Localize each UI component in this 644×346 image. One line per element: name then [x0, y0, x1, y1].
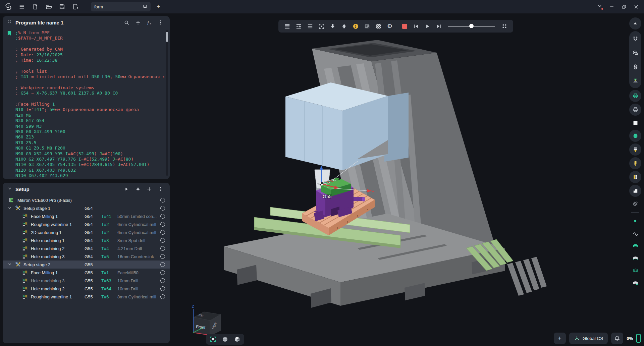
row-radio[interactable]: [160, 270, 165, 275]
row-radio[interactable]: [160, 206, 165, 211]
row-radio[interactable]: [160, 214, 165, 219]
step-down-icon[interactable]: [327, 20, 338, 32]
global-cs-button[interactable]: Global CS: [569, 333, 608, 344]
row-radio[interactable]: [160, 262, 165, 267]
close-button[interactable]: [630, 1, 642, 12]
gcode-line[interactable]: N70 Z5.5: [15, 140, 164, 146]
row-radio[interactable]: [160, 246, 165, 251]
3d-viewport[interactable]: G55 ⚙ Z X Front Top Right + Global CS 0%: [170, 13, 644, 346]
selected-lines-icon[interactable]: [305, 20, 315, 32]
row-radio[interactable]: [160, 286, 165, 291]
divide-icon[interactable]: [133, 18, 142, 27]
gcode-line[interactable]: N10 T="T41"; 50мм Ограниченная коническа…: [15, 107, 164, 112]
gcode-line[interactable]: ;%_N_form_MPF: [15, 30, 164, 36]
main-menu-button[interactable]: [16, 1, 28, 12]
dot-green-icon[interactable]: [629, 216, 641, 226]
sphere-view-icon[interactable]: [220, 335, 230, 344]
surface-silver-icon[interactable]: [629, 253, 641, 264]
step-up-icon[interactable]: [339, 20, 350, 32]
stock-fit-icon[interactable]: [208, 335, 218, 344]
gcode-line[interactable]: N20 M6: [15, 113, 164, 118]
row-radio[interactable]: [160, 278, 165, 283]
tree-row-operation[interactable]: G2D contouring 1G54T#26mm Cylindrical mi…: [3, 228, 170, 236]
document-tab[interactable]: form: [91, 2, 151, 11]
settings-icon[interactable]: ⚙: [384, 20, 395, 32]
tree-row-operation[interactable]: GHole machining 2G54T#44.21mm Drill: [3, 244, 170, 252]
stock-square-icon[interactable]: [629, 117, 641, 128]
hatch-icon[interactable]: [629, 198, 641, 209]
new-file-button[interactable]: [30, 1, 41, 12]
search-icon[interactable]: [122, 18, 131, 27]
gcode-editor[interactable]: ;%_N_form_MPF;$PATH=/_N_MPF_DIR; Generat…: [6, 30, 164, 177]
tree-row-operation[interactable]: GFace Milling 1G54T#4150mm Limited con..…: [3, 212, 170, 220]
row-radio[interactable]: [160, 230, 165, 235]
gcode-line[interactable]: N110 G3 X67.405 Y54.135 I=AC(2840.615) J…: [15, 162, 164, 167]
collapse-chevron-icon[interactable]: [7, 186, 12, 192]
row-radio[interactable]: [160, 254, 165, 259]
chevron-down-icon[interactable]: [7, 206, 11, 211]
play-icon[interactable]: [422, 20, 433, 32]
export-button[interactable]: [70, 1, 81, 12]
tool-calibrate-icon[interactable]: [629, 75, 641, 86]
gcode-line[interactable]: N100 G2 X67.497 Y79.776 I=AC(52.499) J=A…: [15, 157, 164, 162]
tree-row-setup-stage[interactable]: Setup stage 2G55: [3, 261, 170, 269]
tree-row-machine[interactable]: Mikron VCE600 Pro (3-axis): [3, 196, 170, 204]
tree-row-setup-stage[interactable]: Setup stage 1G54: [3, 204, 170, 212]
grid-dots-icon[interactable]: [499, 20, 510, 32]
row-radio[interactable]: [160, 238, 165, 243]
gcode-line[interactable]: N60 Z13: [15, 134, 164, 140]
gcode-line[interactable]: [15, 96, 164, 102]
surface-green-icon[interactable]: [629, 240, 641, 251]
gcode-line[interactable]: [15, 63, 164, 68]
add-cs-button[interactable]: +: [554, 333, 566, 344]
warnings-icon[interactable]: [350, 20, 361, 32]
tree-row-operation[interactable]: GHole machining 2G55T#6410mm Drill: [3, 285, 170, 293]
notifications-bell-button[interactable]: [611, 333, 623, 344]
add-tab-button[interactable]: +: [153, 1, 164, 12]
gcode-line[interactable]: ; Date: 23/10/2025: [15, 52, 164, 58]
chevron-down-icon[interactable]: [7, 262, 11, 268]
frame-select-icon[interactable]: [316, 20, 327, 32]
measure-icon[interactable]: [629, 47, 641, 58]
gcode-line[interactable]: ; G54 = X-76.637 Y8.601 Z137.6 A0 B0 C0: [15, 91, 164, 96]
gcode-line[interactable]: [15, 41, 164, 47]
spindle-gray-icon[interactable]: [629, 104, 641, 116]
tree-row-operation[interactable]: GHole machining 3G54T#516mm Countersink: [3, 252, 170, 261]
add-operation-icon[interactable]: [145, 185, 154, 193]
gcode-line[interactable]: ; Workpiece coordinate systems: [15, 85, 164, 91]
gcode-line[interactable]: [15, 80, 164, 85]
more-menu-icon[interactable]: [156, 185, 165, 193]
tool-green-icon[interactable]: [629, 130, 641, 142]
tab-window-icon[interactable]: [143, 4, 147, 9]
run-simulation-icon[interactable]: [122, 185, 131, 193]
gcode-line[interactable]: ;$PATH=/_N_MPF_DIR: [15, 36, 164, 41]
surface-grid-icon[interactable]: [629, 265, 641, 276]
tree-row-operation[interactable]: GRoughing waterline 1G55T#68mm Cylindric…: [3, 293, 170, 301]
code-scrollbar[interactable]: [166, 30, 168, 176]
more-menu-icon[interactable]: [156, 18, 165, 27]
tool-tip-icon[interactable]: [629, 143, 641, 156]
skip-start-icon[interactable]: [411, 20, 421, 32]
log-display-icon[interactable]: [362, 20, 372, 32]
tree-row-operation[interactable]: GHole machining 1G54T#38mm Spot drill: [3, 236, 170, 244]
notifications-chevron-icon[interactable]: [594, 1, 606, 12]
save-button[interactable]: [56, 1, 68, 12]
magnet-icon[interactable]: [629, 33, 641, 44]
fixture-icon[interactable]: [629, 61, 641, 72]
gcode-line[interactable]: N50 G0 X47.499 Y100: [15, 129, 164, 134]
drag-handle-icon[interactable]: [7, 19, 12, 25]
open-folder-button[interactable]: [43, 1, 54, 12]
gcode-line[interactable]: N80 G1 Z0.5 M8 F200: [15, 146, 164, 151]
nc-program-icon[interactable]: [282, 20, 292, 32]
gcode-line[interactable]: N30 G17 G54: [15, 118, 164, 123]
stop-icon[interactable]: [399, 20, 410, 32]
gcode-line[interactable]: ; Generated by CAM: [15, 47, 164, 52]
simulation-speed-slider[interactable]: [448, 20, 495, 32]
tree-row-operation[interactable]: GHole machining 3G55T#6310mm Drill: [3, 277, 170, 285]
gcode-line[interactable]: N90 G3 X52.499 Y95 I=AC(52.499) J=AC(100…: [15, 151, 164, 157]
skip-end-icon[interactable]: [433, 20, 444, 32]
tree-row-operation[interactable]: GRoughing waterline 1G54T#26mm Cylindric…: [3, 220, 170, 228]
row-radio[interactable]: [160, 198, 165, 203]
machine-3d-scene[interactable]: G55: [170, 13, 644, 346]
spindle-green-icon[interactable]: [629, 90, 641, 102]
